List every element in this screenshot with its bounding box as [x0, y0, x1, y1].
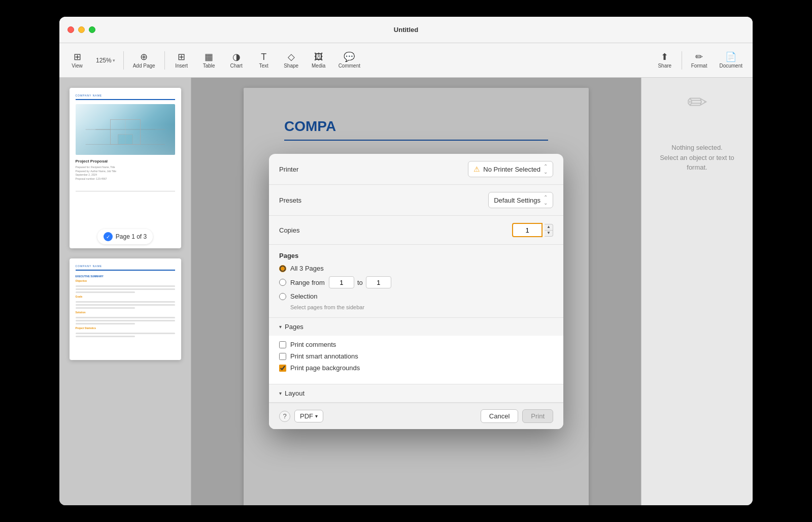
- toolbar-media[interactable]: 🖼 Media: [306, 50, 331, 71]
- doc-area: COMPA Printer ⚠ No Printer Selected ⌃⌄: [191, 78, 641, 505]
- share-label: Share: [658, 63, 671, 69]
- print-comments-row: Print comments: [279, 341, 553, 348]
- text-icon: T: [261, 52, 266, 61]
- printer-select[interactable]: ⚠ No Printer Selected ⌃⌄: [468, 161, 553, 177]
- page-1-label[interactable]: ✓ Page 1 of 3: [97, 229, 153, 244]
- thumb-image-1: [76, 104, 175, 155]
- format-icon: ✏: [695, 52, 703, 61]
- comment-icon: 💬: [344, 52, 355, 61]
- page-thumb-inner-2: COMPANY NAME EXECUTIVE SUMMARY Objective…: [70, 258, 181, 360]
- table-icon: ▦: [205, 52, 213, 61]
- maximize-button[interactable]: [89, 26, 95, 33]
- copies-label: Copies: [279, 226, 299, 234]
- selection-radio[interactable]: [279, 293, 286, 300]
- toolbar-separator-3: [682, 51, 682, 70]
- toolbar-view[interactable]: ⊞ View: [64, 50, 90, 71]
- toolbar-zoom[interactable]: 125% ▾: [92, 55, 119, 66]
- document-icon: 📄: [725, 52, 736, 61]
- thumb-line-1: [76, 285, 175, 287]
- toolbar-share[interactable]: ⬆ Share: [652, 50, 678, 71]
- selection-hint: Select pages from the sidebar: [290, 304, 553, 310]
- selection-label: Selection: [290, 292, 317, 300]
- insert-icon: ⊞: [178, 52, 185, 61]
- format-label: Format: [691, 63, 707, 69]
- thumb-sketch-svg: [76, 104, 175, 155]
- print-dialog: Printer ⚠ No Printer Selected ⌃⌄ Presets: [269, 154, 563, 429]
- thumb-objective-lines: [76, 285, 175, 293]
- cancel-button[interactable]: Cancel: [481, 409, 518, 423]
- printer-value: No Printer Selected: [483, 166, 540, 173]
- thumb-line-4: [76, 301, 175, 303]
- printer-control: ⚠ No Printer Selected ⌃⌄: [468, 161, 553, 177]
- thumb-subtitle-line4: Proposal number: 123-4567: [76, 177, 175, 181]
- thumb-line-7: [76, 317, 175, 318]
- copies-input[interactable]: [512, 223, 543, 237]
- traffic-lights: [67, 26, 95, 33]
- thumb-line-3: [76, 291, 136, 293]
- comment-label: Comment: [339, 63, 360, 69]
- print-comments-checkbox[interactable]: [279, 341, 286, 348]
- layout-subsection-title: Layout: [285, 389, 304, 397]
- thumb-line-8: [76, 320, 175, 321]
- title-bar: Untitled: [59, 17, 753, 43]
- toolbar-insert[interactable]: ⊞ Insert: [169, 50, 194, 71]
- window-title: Untitled: [394, 26, 418, 34]
- print-backgrounds-checkbox[interactable]: [279, 365, 286, 372]
- layout-subsection-header[interactable]: ▾ Layout: [269, 384, 563, 402]
- page-thumbnail-2[interactable]: COMPANY NAME EXECUTIVE SUMMARY Objective…: [70, 258, 181, 360]
- minimize-button[interactable]: [78, 26, 85, 33]
- thumb-exec-summary: EXECUTIVE SUMMARY: [76, 275, 175, 278]
- toolbar-document[interactable]: 📄 Document: [714, 50, 748, 71]
- range-radio[interactable]: [279, 279, 286, 286]
- print-smart-checkbox[interactable]: [279, 353, 286, 360]
- help-button[interactable]: ?: [279, 411, 290, 422]
- pdf-chevron-icon: ▾: [315, 413, 318, 419]
- thumb-goals-lines: [76, 301, 175, 309]
- all-pages-row: All 3 Pages: [279, 265, 553, 272]
- page-thumbnail-1[interactable]: COMPANY NAME: [70, 88, 181, 248]
- view-icon: ⊞: [74, 52, 81, 61]
- toolbar-table[interactable]: ▦ Table: [196, 50, 222, 71]
- thumb-line-2: [76, 288, 175, 290]
- copies-increment[interactable]: ▲: [545, 224, 553, 230]
- toolbar-format[interactable]: ✏ Format: [686, 50, 713, 71]
- document-label: Document: [719, 63, 742, 69]
- close-button[interactable]: [67, 26, 74, 33]
- pdf-button[interactable]: PDF ▾: [294, 410, 323, 422]
- shape-label: Shape: [284, 63, 298, 69]
- thumb-line-11: [76, 336, 136, 337]
- printer-label: Printer: [279, 166, 298, 173]
- main-content: COMPANY NAME: [59, 78, 753, 505]
- toolbar-text[interactable]: T Text: [251, 50, 277, 71]
- thumb-subtitle-line2: Prepared by: Author Name, Job Title: [76, 170, 175, 174]
- range-from-input[interactable]: [329, 276, 354, 288]
- toolbar-chart[interactable]: ◑ Chart: [224, 50, 249, 71]
- print-button[interactable]: Print: [522, 409, 553, 423]
- printer-row: Printer ⚠ No Printer Selected ⌃⌄: [269, 154, 563, 185]
- pages-chevron-icon: ▾: [279, 324, 282, 330]
- presets-chevron-icon: ⌃⌄: [544, 194, 548, 206]
- view-label: View: [72, 63, 83, 69]
- table-label: Table: [203, 63, 215, 69]
- toolbar-shape[interactable]: ◇ Shape: [279, 50, 304, 71]
- toolbar-separator-1: [123, 51, 124, 70]
- text-label: Text: [259, 63, 268, 69]
- media-label: Media: [312, 63, 325, 69]
- toolbar-add-page[interactable]: ⊕ Add Page: [128, 50, 160, 71]
- footer-right: Cancel Print: [481, 409, 553, 423]
- print-smart-label: Print smart annotations: [290, 352, 358, 360]
- add-page-icon: ⊕: [140, 52, 148, 61]
- presets-label: Presets: [279, 197, 301, 204]
- thumb-stats: Project Statistics: [76, 327, 175, 330]
- presets-select[interactable]: Default Settings ⌃⌄: [488, 192, 553, 208]
- page-thumb-inner-1: COMPANY NAME: [70, 88, 181, 225]
- thumb-goals: Goals: [76, 295, 175, 298]
- all-pages-radio[interactable]: [279, 265, 286, 272]
- media-icon: 🖼: [314, 52, 323, 61]
- all-pages-label: All 3 Pages: [290, 265, 324, 272]
- copies-decrement[interactable]: ▼: [545, 231, 553, 236]
- range-to-input[interactable]: [366, 276, 391, 288]
- toolbar-comment[interactable]: 💬 Comment: [333, 50, 365, 71]
- thumb-subtitle-line1: Prepared for: Recipient Name, Title: [76, 166, 175, 170]
- pages-subsection-header[interactable]: ▾ Pages: [269, 318, 563, 336]
